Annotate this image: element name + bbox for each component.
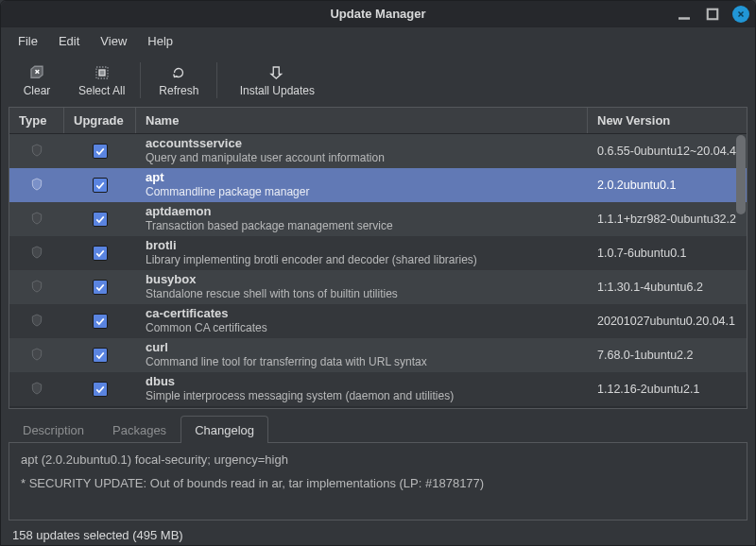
name-cell: dbusSimple interprocess messaging system…	[136, 372, 588, 406]
upgrade-checkbox[interactable]	[93, 178, 108, 193]
upgrade-checkbox[interactable]	[93, 348, 108, 363]
shield-icon	[29, 244, 44, 264]
name-cell: aptCommandline package manager	[136, 168, 588, 202]
maximize-button[interactable]	[704, 6, 721, 23]
statusbar: 158 updates selected (495 MB)	[1, 524, 755, 545]
toolbar: Clear Select All Refresh Install Updates	[1, 54, 755, 107]
type-cell	[9, 202, 64, 236]
version-cell: 1.0.7-6ubuntu0.1	[588, 236, 747, 270]
package-name: accountsservice	[146, 137, 242, 151]
scrollbar-thumb[interactable]	[736, 135, 746, 214]
install-updates-button[interactable]: Install Updates	[225, 58, 329, 103]
shield-icon	[29, 142, 44, 162]
upgrade-checkbox[interactable]	[93, 382, 108, 397]
upgrade-cell	[64, 372, 136, 406]
select-all-icon	[94, 63, 111, 82]
header-type[interactable]: Type	[9, 108, 64, 133]
package-version: 2.0.2ubuntu0.1	[597, 179, 676, 192]
upgrade-checkbox[interactable]	[93, 212, 108, 227]
changelog-panel: apt (2.0.2ubuntu0.1) focal-security; urg…	[9, 442, 747, 520]
tab-packages[interactable]: Packages	[98, 416, 180, 443]
select-all-button[interactable]: Select All	[71, 58, 132, 103]
package-description: Query and manipulate user account inform…	[146, 152, 385, 165]
package-version: 1.0.7-6ubuntu0.1	[597, 247, 687, 260]
tab-changelog[interactable]: Changelog	[180, 416, 268, 443]
table-row[interactable]: aptCommandline package manager2.0.2ubunt…	[9, 168, 747, 202]
upgrade-cell	[64, 168, 136, 202]
upgrade-checkbox[interactable]	[93, 144, 108, 159]
package-description: Simple interprocess messaging system (da…	[146, 390, 454, 403]
upgrade-cell	[64, 270, 136, 304]
table-row[interactable]: ca-certificatesCommon CA certificates202…	[9, 304, 747, 338]
upgrade-checkbox[interactable]	[93, 246, 108, 261]
header-upgrade[interactable]: Upgrade	[64, 108, 136, 133]
shield-icon	[29, 176, 44, 196]
svg-rect-1	[708, 9, 718, 19]
name-cell: aptdaemonTransaction based package manag…	[136, 202, 588, 236]
menu-view[interactable]: View	[91, 30, 136, 52]
menu-edit[interactable]: Edit	[49, 30, 89, 52]
table-row[interactable]: brotliLibrary implementing brotli encode…	[9, 236, 747, 270]
package-version: 1.1.1+bzr982-0ubuntu32.2	[597, 213, 736, 226]
type-cell	[9, 338, 64, 372]
name-cell: brotliLibrary implementing brotli encode…	[136, 236, 588, 270]
package-name: aptdaemon	[146, 205, 211, 219]
vertical-scrollbar[interactable]	[736, 135, 746, 407]
package-description: Transaction based package management ser…	[146, 220, 393, 233]
name-cell: curlCommand line tool for transferring d…	[136, 338, 588, 372]
table-row[interactable]: dbusSimple interprocess messaging system…	[9, 372, 747, 406]
toolbar-separator	[140, 62, 141, 98]
package-name: ca-certificates	[146, 307, 228, 321]
details-tabbar: Description Packages Changelog	[9, 415, 747, 443]
list-body: accountsserviceQuery and manipulate user…	[9, 134, 747, 408]
tab-description[interactable]: Description	[9, 416, 98, 443]
clear-label: Clear	[24, 84, 51, 97]
package-name: apt	[146, 171, 164, 185]
upgrade-checkbox[interactable]	[93, 314, 108, 329]
name-cell: ca-certificatesCommon CA certificates	[136, 304, 588, 338]
close-button[interactable]	[732, 6, 749, 23]
package-description: Standalone rescue shell with tons of bui…	[146, 288, 398, 301]
upgrade-checkbox[interactable]	[93, 280, 108, 295]
package-version: 1:1.30.1-4ubuntu6.2	[597, 281, 703, 294]
name-cell: accountsserviceQuery and manipulate user…	[136, 134, 588, 168]
shield-icon	[29, 210, 44, 230]
shield-icon	[29, 380, 44, 400]
content-area: Type Upgrade Name New Version accountsse…	[1, 107, 755, 524]
package-description: Commandline package manager	[146, 186, 309, 199]
upgrade-cell	[64, 304, 136, 338]
header-version[interactable]: New Version	[588, 108, 747, 133]
version-cell: 7.68.0-1ubuntu2.2	[588, 338, 747, 372]
package-version: 7.68.0-1ubuntu2.2	[597, 349, 693, 362]
menubar: File Edit View Help	[1, 27, 755, 54]
clear-button[interactable]: Clear	[7, 58, 67, 103]
table-row[interactable]: busyboxStandalone rescue shell with tons…	[9, 270, 747, 304]
clear-icon	[28, 63, 45, 82]
header-name[interactable]: Name	[136, 108, 588, 133]
version-cell: 1:1.30.1-4ubuntu6.2	[588, 270, 747, 304]
package-description: Command line tool for transferring data …	[146, 356, 427, 369]
version-cell: 1.12.16-2ubuntu2.1	[588, 372, 747, 406]
version-cell: 2.0.2ubuntu0.1	[588, 168, 747, 202]
toolbar-separator	[216, 62, 217, 98]
titlebar: Update Manager	[1, 1, 755, 27]
minimize-button[interactable]	[676, 6, 693, 23]
shield-icon	[29, 278, 44, 298]
refresh-button[interactable]: Refresh	[148, 58, 209, 103]
list-header: Type Upgrade Name New Version	[9, 108, 747, 134]
table-row[interactable]: accountsserviceQuery and manipulate user…	[9, 134, 747, 168]
menu-help[interactable]: Help	[138, 30, 182, 52]
type-cell	[9, 304, 64, 338]
package-name: brotli	[146, 239, 177, 253]
shield-icon	[29, 312, 44, 332]
package-name: dbus	[146, 375, 175, 389]
install-icon	[268, 63, 285, 82]
menu-file[interactable]: File	[9, 30, 47, 52]
table-row[interactable]: aptdaemonTransaction based package manag…	[9, 202, 747, 236]
upgrade-cell	[64, 236, 136, 270]
upgrade-cell	[64, 134, 136, 168]
package-name: busybox	[146, 273, 196, 287]
table-row[interactable]: curlCommand line tool for transferring d…	[9, 338, 747, 372]
package-description: Common CA certificates	[146, 322, 267, 335]
changelog-entry: * SECURITY UPDATE: Out of bounds read in…	[21, 476, 735, 490]
